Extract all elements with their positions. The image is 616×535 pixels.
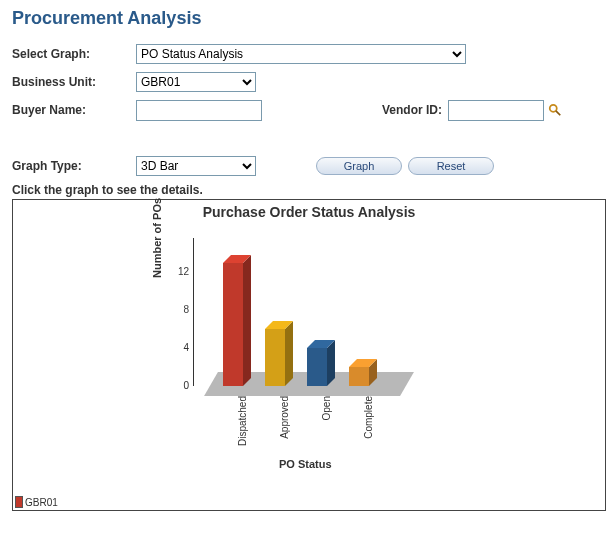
cat-complete: Complete <box>363 396 374 456</box>
business-unit-dropdown[interactable]: GBR01 <box>136 72 256 92</box>
chart-legend: GBR01 <box>15 496 58 508</box>
x-axis-label: PO Status <box>279 458 332 470</box>
chart-hint: Click the graph to see the details. <box>12 183 604 197</box>
chart-frame[interactable]: Purchase Order Status Analysis 0 4 8 12 … <box>12 199 606 511</box>
legend-label: GBR01 <box>25 497 58 508</box>
y-axis-label: Number of POs <box>151 198 163 278</box>
reset-button[interactable]: Reset <box>408 157 494 175</box>
cat-dispatched: Dispatched <box>237 396 248 456</box>
y-tick-8: 8 <box>171 304 189 315</box>
magnifier-icon[interactable] <box>548 103 562 117</box>
legend-swatch-icon <box>15 496 23 508</box>
cat-approved: Approved <box>279 396 290 456</box>
svg-line-1 <box>556 111 560 115</box>
vendor-id-label: Vendor ID: <box>362 103 448 117</box>
cat-open: Open <box>321 396 332 456</box>
graph-type-dropdown[interactable]: 3D Bar <box>136 156 256 176</box>
chart-plot-area[interactable]: 0 4 8 12 Number of POs <box>193 238 433 438</box>
y-tick-12: 12 <box>171 266 189 277</box>
y-tick-4: 4 <box>171 342 189 353</box>
buyer-name-label: Buyer Name: <box>12 103 136 117</box>
y-tick-0: 0 <box>171 380 189 391</box>
business-unit-label: Business Unit: <box>12 75 136 89</box>
buyer-name-input[interactable] <box>136 100 262 121</box>
chart-title: Purchase Order Status Analysis <box>13 200 605 220</box>
page-title: Procurement Analysis <box>12 8 604 29</box>
vendor-id-input[interactable] <box>448 100 544 121</box>
graph-type-label: Graph Type: <box>12 159 136 173</box>
svg-point-0 <box>550 105 557 112</box>
select-graph-dropdown[interactable]: PO Status Analysis <box>136 44 466 64</box>
graph-button[interactable]: Graph <box>316 157 402 175</box>
select-graph-label: Select Graph: <box>12 47 136 61</box>
